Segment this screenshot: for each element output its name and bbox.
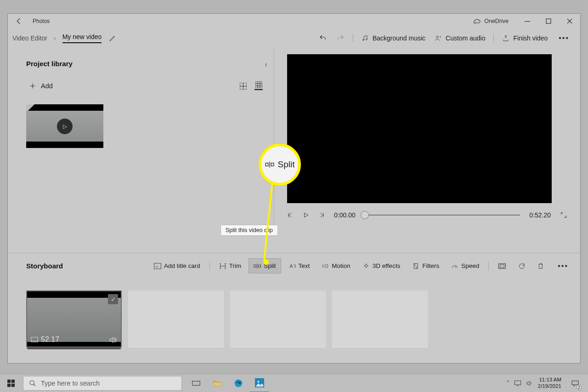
collapse-library-button[interactable]: ‹ <box>265 60 267 69</box>
clock-date: 2/19/2021 <box>538 383 561 389</box>
fullscreen-button[interactable] <box>560 211 567 219</box>
storyboard-empty-slot[interactable] <box>128 290 224 347</box>
rename-button[interactable] <box>109 34 116 42</box>
play-button[interactable] <box>303 212 309 218</box>
time-total: 0:52.20 <box>529 211 551 219</box>
custom-audio-label: Custom audio <box>446 34 485 42</box>
separator <box>493 34 494 42</box>
rotate-button[interactable] <box>514 259 530 273</box>
background-music-button[interactable]: Background music <box>357 32 430 45</box>
prev-frame-icon <box>287 212 294 218</box>
svg-rect-29 <box>11 383 15 386</box>
svg-rect-27 <box>11 380 15 383</box>
title-card-icon <box>154 263 161 269</box>
photos-app-button[interactable] <box>250 374 269 392</box>
callout-highlight: Split <box>259 143 301 186</box>
rotate-icon <box>518 262 526 270</box>
frame-forward-button[interactable] <box>318 212 325 218</box>
storyboard-empty-slot[interactable] <box>230 290 326 347</box>
grid-large-toggle[interactable] <box>239 82 247 90</box>
minimize-button[interactable] <box>517 14 538 28</box>
separator <box>488 261 489 271</box>
cloud-icon <box>473 18 481 24</box>
maximize-icon <box>546 18 551 24</box>
3d-effects-label: 3D effects <box>373 262 401 269</box>
svg-rect-23 <box>266 163 268 166</box>
taskbar-clock[interactable]: 11:13 AM 2/19/2021 <box>538 377 561 389</box>
clip-duration: 52.17 <box>31 335 59 344</box>
svg-rect-6 <box>255 81 262 88</box>
task-view-button[interactable] <box>187 374 206 392</box>
svg-rect-26 <box>7 380 11 383</box>
text-button[interactable]: Text <box>284 259 315 273</box>
task-view-icon <box>192 380 200 386</box>
app-title: Photos <box>30 18 50 24</box>
breadcrumb: Video Editor › My new video <box>12 33 102 43</box>
speedometer-icon <box>451 263 458 269</box>
svg-rect-13 <box>254 265 256 267</box>
redo-button[interactable] <box>332 31 349 45</box>
seek-knob[interactable] <box>361 211 369 219</box>
svg-point-16 <box>325 264 328 267</box>
finish-video-label: Finish video <box>513 34 548 42</box>
more-button[interactable]: ••• <box>552 34 576 42</box>
breadcrumb-project[interactable]: My new video <box>62 33 102 43</box>
plus-icon <box>29 82 36 90</box>
play-icon <box>303 212 309 218</box>
windows-icon <box>7 380 15 387</box>
motion-icon <box>322 263 329 269</box>
pencil-icon <box>109 34 116 42</box>
storyboard-clip[interactable]: ✓ 52.17 <box>26 290 122 347</box>
clip-volume-icon[interactable] <box>109 336 117 344</box>
start-button[interactable] <box>0 374 22 392</box>
display-icon[interactable] <box>514 380 521 386</box>
filters-label: Filters <box>422 262 439 269</box>
edge-button[interactable] <box>229 374 248 392</box>
filters-button[interactable]: Filters <box>407 259 444 273</box>
undo-button[interactable] <box>314 31 332 45</box>
video-preview[interactable] <box>287 54 552 203</box>
speed-label: Speed <box>461 262 479 269</box>
duration-icon <box>31 337 38 342</box>
search-placeholder: Type here to search <box>41 380 100 387</box>
breadcrumb-root[interactable]: Video Editor <box>12 34 47 42</box>
storyboard-more-button[interactable]: ••• <box>551 262 575 270</box>
finish-video-button[interactable]: Finish video <box>498 32 552 45</box>
speed-button[interactable]: Speed <box>447 259 484 273</box>
motion-button[interactable]: Motion <box>317 259 355 273</box>
trim-button[interactable]: Trim <box>215 259 246 273</box>
close-button[interactable] <box>559 14 580 28</box>
file-explorer-button[interactable] <box>208 374 227 392</box>
svg-line-18 <box>414 263 418 268</box>
resize-button[interactable] <box>493 259 511 273</box>
back-button[interactable] <box>8 14 30 28</box>
taskbar-search[interactable]: Type here to search <box>23 376 182 391</box>
svg-point-30 <box>30 381 34 385</box>
svg-rect-14 <box>259 265 261 267</box>
storyboard-empty-slot[interactable] <box>332 290 428 347</box>
add-media-button[interactable]: Add <box>26 80 56 92</box>
grid-small-toggle[interactable] <box>254 82 263 90</box>
add-title-card-button[interactable]: Add title card <box>149 259 205 273</box>
seek-track[interactable] <box>365 215 520 216</box>
3d-effects-button[interactable]: 3D effects <box>358 259 405 273</box>
chevron-right-icon: › <box>54 34 56 42</box>
custom-audio-button[interactable]: Custom audio <box>430 32 490 45</box>
music-note-icon <box>362 34 369 42</box>
svg-line-31 <box>34 384 35 386</box>
tray-chevron-icon[interactable]: ˄ <box>507 380 509 386</box>
export-icon <box>502 34 509 42</box>
maximize-button[interactable] <box>538 14 559 28</box>
library-clip-thumbnail[interactable]: ▷ <box>26 104 103 148</box>
delete-button[interactable] <box>533 259 548 273</box>
notif-badge: 2 <box>577 385 582 390</box>
volume-icon[interactable] <box>526 380 533 386</box>
play-overlay-icon: ▷ <box>57 119 73 134</box>
svg-rect-35 <box>214 382 221 386</box>
frame-back-button[interactable] <box>287 212 294 218</box>
trash-icon <box>537 262 544 270</box>
action-center-button[interactable]: 2 <box>566 374 584 392</box>
separator <box>209 261 210 271</box>
onedrive-button[interactable]: OneDrive <box>473 18 517 24</box>
arrow-left-icon <box>15 17 23 25</box>
